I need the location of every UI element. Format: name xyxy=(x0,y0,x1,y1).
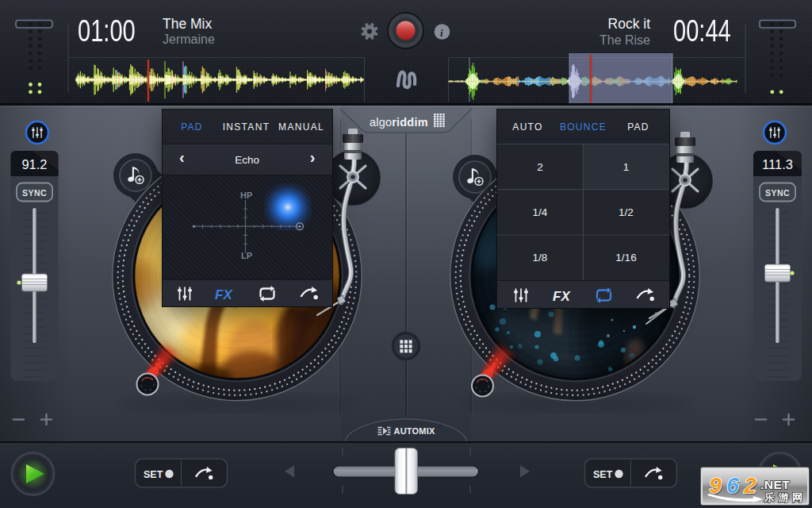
svg-text:SYNC: SYNC xyxy=(765,188,790,198)
svg-text:.NET: .NET xyxy=(760,478,790,491)
svg-text:2: 2 xyxy=(537,160,543,172)
svg-text:FX: FX xyxy=(215,287,233,302)
svg-text:1/4: 1/4 xyxy=(533,206,548,218)
svg-text:1/8: 1/8 xyxy=(533,252,548,264)
svg-text:SET: SET xyxy=(144,469,163,480)
svg-text:2: 2 xyxy=(743,473,756,498)
svg-text:1/16: 1/16 xyxy=(615,252,636,264)
svg-text:HP: HP xyxy=(240,190,252,200)
svg-text:LP: LP xyxy=(241,251,252,260)
svg-text:1: 1 xyxy=(623,160,630,172)
svg-text:FX: FX xyxy=(553,289,571,304)
svg-text:SET: SET xyxy=(593,469,613,480)
svg-text:6: 6 xyxy=(726,473,739,498)
svg-text:1/2: 1/2 xyxy=(619,206,634,218)
svg-text:乐游网: 乐游网 xyxy=(764,491,806,503)
svg-text:9: 9 xyxy=(709,473,722,498)
svg-text:111.3: 111.3 xyxy=(762,157,793,171)
